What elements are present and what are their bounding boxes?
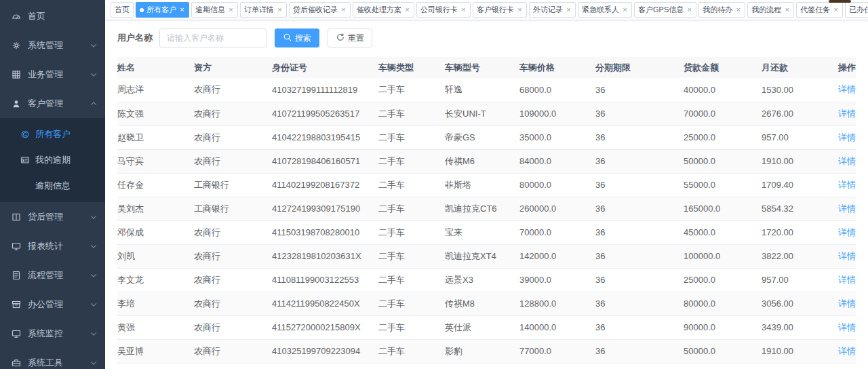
tab-order-detail[interactable]: 订单详情×	[240, 2, 287, 18]
detail-link[interactable]: 详情	[838, 275, 856, 285]
detail-link[interactable]: 详情	[838, 132, 856, 142]
sidebar-item-report-stats[interactable]: 报表统计	[0, 231, 105, 260]
tab-collection-plan[interactable]: 催收处理方案×	[353, 2, 414, 18]
tab-postloan-collection-log[interactable]: 贷后催收记录×	[289, 2, 351, 18]
table-cell-actions: 详情	[826, 78, 856, 102]
column-header: 分期期限	[595, 57, 684, 78]
idcard-icon	[20, 155, 30, 165]
close-icon[interactable]: ×	[228, 6, 234, 14]
sidebar-item-home[interactable]: 首页	[0, 1, 105, 31]
table-cell: 142000.0	[519, 244, 595, 268]
tab-label: 公司银行卡	[420, 5, 458, 15]
table-cell: 1530.00	[762, 78, 826, 102]
reset-button[interactable]: 重置	[328, 28, 372, 47]
close-icon[interactable]: ×	[179, 6, 185, 14]
sidebar-item-label: 系统监控	[28, 328, 63, 340]
tab-emergency-contact[interactable]: 紧急联系人×	[578, 2, 632, 18]
table-cell: 周志洋	[117, 78, 194, 102]
table-cell: 36	[595, 149, 684, 173]
archive-icon	[11, 299, 21, 309]
close-icon[interactable]: ×	[686, 6, 692, 14]
table-cell: 任存金	[117, 173, 194, 197]
refresh-icon	[336, 33, 345, 44]
close-icon[interactable]: ×	[340, 6, 347, 14]
tab-customer-bank-card[interactable]: 客户银行卡×	[473, 2, 527, 18]
user-icon	[11, 98, 21, 109]
close-icon[interactable]: ×	[404, 6, 410, 14]
tab-overdue-info[interactable]: 逾期信息×	[191, 2, 238, 18]
table-cell: 轩逸	[445, 78, 519, 102]
sidebar-item-overdue-info[interactable]: 逾期信息	[0, 173, 105, 199]
close-icon[interactable]: ×	[622, 6, 628, 14]
sidebar-item-customer-mgmt[interactable]: 客户管理	[0, 89, 105, 118]
sidebar-item-system-monitor[interactable]: 系统监控	[0, 319, 105, 348]
sidebar-item-postloan-mgmt[interactable]: 贷后管理	[0, 202, 105, 231]
close-icon[interactable]: ×	[784, 6, 790, 14]
table-cell: 35000.0	[519, 125, 595, 149]
table-cell: 410327199111112819	[272, 78, 378, 102]
close-icon[interactable]: ×	[277, 6, 283, 14]
table-cell: 957.00	[762, 125, 826, 149]
monitor-icon	[11, 241, 21, 251]
tab-my-todo[interactable]: 我的待办×	[698, 2, 745, 18]
tab-label: 已办任务	[849, 5, 868, 15]
column-header: 姓名	[117, 57, 194, 78]
sidebar-item-label: 客户管理	[28, 98, 63, 110]
sidebar-item-system-mgmt[interactable]: 系统管理	[0, 31, 105, 60]
tab-company-bank-card[interactable]: 公司银行卡×	[416, 2, 471, 18]
table-row: 陈文强农商行410721199505263517二手车长安UNI-T109000…	[117, 102, 856, 125]
sidebar-item-label: 流程管理	[28, 269, 63, 281]
customer-name-input[interactable]	[159, 28, 267, 47]
detail-link[interactable]: 详情	[838, 298, 856, 309]
close-icon[interactable]: ×	[460, 6, 467, 14]
sidebar-item-label: 办公管理	[28, 298, 63, 311]
close-icon[interactable]: ×	[517, 6, 523, 14]
table-head: 姓名资方身份证号车辆类型车辆型号车辆价格分期期限贷款金额月还款操作	[117, 57, 856, 78]
tab-home[interactable]: 首页	[111, 2, 134, 18]
detail-link[interactable]: 详情	[838, 84, 856, 94]
table-cell: 二手车	[378, 149, 445, 173]
sidebar-item-system-tools[interactable]: 系统工具	[0, 348, 105, 369]
table-cell: 二手车	[378, 315, 445, 339]
detail-link[interactable]: 详情	[838, 109, 856, 119]
sidebar-item-all-customers[interactable]: 所有客户	[0, 121, 105, 147]
close-icon[interactable]: ×	[735, 6, 741, 14]
sidebar-item-office-mgmt[interactable]: 办公管理	[0, 290, 105, 319]
tab-visit-log[interactable]: 外访记录×	[529, 2, 576, 18]
detail-link[interactable]: 详情	[838, 227, 856, 237]
sidebar-item-label: 业务管理	[28, 69, 63, 81]
tab-all-customers[interactable]: 所有客户×	[136, 2, 189, 18]
table-cell: 36	[595, 292, 684, 315]
table-cell: 41142119950822450X	[272, 292, 378, 315]
table-cell: 轩逸	[445, 363, 519, 369]
detail-link[interactable]: 详情	[838, 251, 856, 261]
sidebar-item-business-mgmt[interactable]: 业务管理	[0, 60, 105, 89]
table-cell: 李培	[117, 292, 194, 315]
tab-customer-gps[interactable]: 客户GPS信息×	[634, 2, 696, 18]
detail-link[interactable]: 详情	[838, 156, 856, 166]
table-cell: 农商行	[194, 315, 272, 339]
tab-done-task[interactable]: 已办任务×	[845, 2, 868, 18]
table-cell: 140000.0	[519, 315, 595, 339]
sidebar-item-my-overdue[interactable]: 我的逾期	[0, 147, 105, 173]
close-icon[interactable]: ×	[566, 6, 572, 14]
detail-link[interactable]: 详情	[838, 203, 856, 214]
tab-sign-task[interactable]: 代签任务×	[796, 2, 843, 18]
table-cell-actions: 详情	[826, 125, 856, 149]
dashboard-icon	[11, 11, 21, 21]
table-cell: 55000.0	[684, 173, 762, 197]
table-cell: 2676.00	[762, 102, 826, 125]
detail-link[interactable]: 详情	[838, 180, 856, 190]
tab-my-process[interactable]: 我的流程×	[747, 2, 794, 18]
close-icon[interactable]: ×	[833, 6, 839, 14]
table-cell: 90000.0	[684, 315, 762, 339]
search-button[interactable]: 搜索	[275, 28, 319, 47]
table-cell: 凯迪拉克CT6	[445, 197, 519, 220]
sidebar-item-process-mgmt[interactable]: 流程管理	[0, 260, 105, 290]
detail-link[interactable]: 详情	[838, 322, 856, 332]
table-cell-actions: 详情	[826, 315, 856, 339]
table-cell: 411503198708280010	[272, 220, 378, 244]
table-cell-actions: 详情	[826, 197, 856, 220]
table-row: 邓保成农商行411503198708280010二手车宝来70000.03645…	[117, 220, 856, 244]
detail-link[interactable]: 详情	[838, 346, 856, 356]
